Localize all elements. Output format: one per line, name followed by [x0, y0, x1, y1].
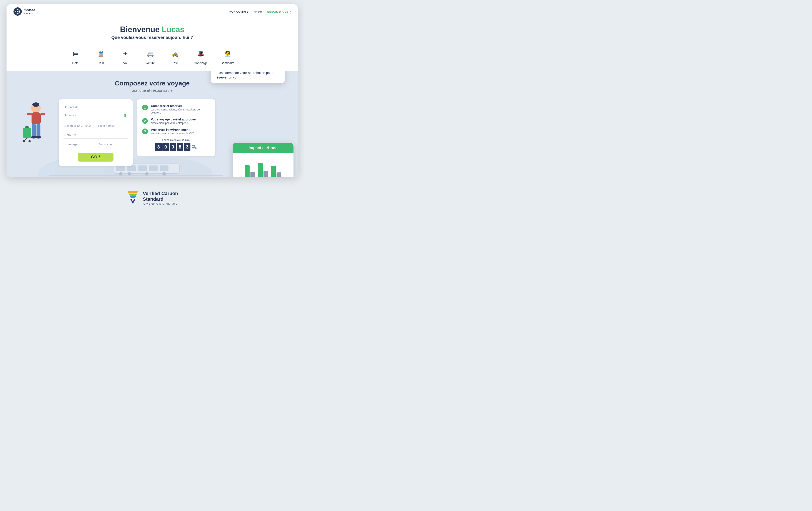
- co2-digit-4: 8: [177, 143, 183, 151]
- nav-lang[interactable]: FR-FR: [254, 10, 262, 13]
- carte-input[interactable]: [97, 141, 128, 148]
- nav-icon-concierge[interactable]: 🎩 Concierge: [194, 48, 208, 65]
- logo-sub: business: [24, 12, 35, 15]
- svg-point-29: [127, 172, 131, 176]
- bar-group-1: [245, 165, 255, 177]
- svg-rect-26: [149, 166, 157, 171]
- bar-gray-1: [251, 172, 255, 177]
- concierge-icon: 🎩: [195, 48, 206, 60]
- svg-rect-8: [40, 113, 45, 115]
- passager-input[interactable]: [63, 141, 94, 148]
- svg-rect-25: [138, 166, 147, 171]
- svg-point-28: [119, 172, 122, 176]
- info-text-3: Préservez l'environnement en participant…: [151, 128, 195, 135]
- nav-help[interactable]: BESOIN D'AIDE ?: [267, 10, 291, 13]
- svg-rect-7: [27, 113, 32, 115]
- welcome-section: Bienvenue Lucas Que voulez-vous réserver…: [6, 19, 298, 44]
- carbon-impact-card: Impact carbone: [233, 143, 293, 177]
- vcs-logo: [126, 190, 139, 206]
- svg-point-12: [36, 136, 41, 139]
- svg-marker-33: [127, 191, 138, 193]
- train-label: Train: [97, 61, 104, 65]
- co2-label: Économie totale de CO₂: [142, 139, 210, 142]
- info-desc-2: directement par votre entreprise: [151, 121, 196, 124]
- vcs-text-block: Verified Carbon Standard A VERRA STANDAR…: [143, 191, 178, 205]
- nav-account[interactable]: MON COMPTE: [229, 10, 249, 13]
- info-number-1: 1: [142, 105, 148, 110]
- bar-group-3: [271, 166, 281, 177]
- notification-popup: mobee maintenant Lucas demande votre app…: [211, 71, 285, 83]
- vol-label: Vol: [123, 61, 127, 65]
- svg-rect-24: [127, 166, 136, 171]
- from-input[interactable]: [63, 104, 128, 111]
- svg-marker-36: [130, 199, 136, 204]
- nav-right: MON COMPTE FR-FR BESOIN D'AIDE ?: [229, 10, 291, 13]
- nav-icon-voiture[interactable]: 🚐 Voiture: [144, 48, 156, 65]
- carbon-card-header: Impact carbone: [233, 143, 293, 153]
- co2-digit-2: 9: [163, 143, 169, 151]
- welcome-name: Lucas: [162, 25, 184, 34]
- person-illustration: [15, 100, 54, 147]
- svg-point-18: [23, 140, 25, 142]
- swap-icon[interactable]: ⇅: [123, 114, 126, 118]
- taxi-icon: 🚕: [169, 48, 181, 60]
- bar-green-2: [258, 163, 263, 177]
- go-button[interactable]: GO !: [78, 153, 114, 162]
- welcome-subtitle: Que voulez-vous réserver aujourd'hui ?: [11, 35, 293, 40]
- seminaire-label: Séminaire: [221, 61, 234, 65]
- svg-rect-10: [36, 124, 40, 137]
- co2-counter: 3 9 0 8 3 kgCO₂: [142, 143, 210, 151]
- svg-point-30: [145, 172, 148, 176]
- info-desc-3: en participant aux économies de CO2: [151, 132, 195, 135]
- info-number-3: 3: [142, 129, 148, 134]
- info-number-2: 2: [142, 118, 148, 124]
- nav-icon-seminaire[interactable]: 🧑‍💼 Séminaire: [221, 48, 234, 65]
- svg-point-11: [31, 136, 36, 139]
- nav-icon-hotel[interactable]: 🛏 Hôtel: [70, 48, 82, 65]
- co2-digit-3: 0: [170, 143, 176, 151]
- logo-icon: [13, 7, 22, 16]
- train-icon: 🚆: [95, 48, 107, 60]
- nav-icon-vol[interactable]: ✈ Vol: [120, 48, 131, 65]
- logo-text-block: mobee business: [24, 8, 35, 15]
- bar-gray-2: [263, 171, 268, 177]
- seminaire-icon: 🧑‍💼: [222, 48, 233, 60]
- to-input[interactable]: [63, 112, 128, 119]
- nav-icons-row: 🛏 Hôtel 🚆 Train ✈ Vol 🚐 Voiture 🚕 Taxi 🎩…: [6, 44, 298, 71]
- bar-chart: [236, 158, 290, 177]
- info-card: 1 Comparez et réservez tous les trains, …: [137, 100, 215, 156]
- voiture-icon: 🚐: [144, 48, 156, 60]
- co2-unit: kgCO₂: [192, 144, 197, 150]
- bottom-section: mobee maintenant Lucas demande votre app…: [6, 71, 298, 177]
- svg-rect-9: [32, 124, 36, 137]
- info-text-2: Votre voyage payé et approuvé directemen…: [151, 118, 196, 124]
- info-item-3: 3 Préservez l'environnement en participa…: [142, 128, 210, 135]
- carbon-card-title: Impact carbone: [236, 146, 290, 150]
- compose-subtitle: pratique et responsable: [15, 88, 289, 93]
- partir-input[interactable]: [97, 122, 128, 130]
- logo-area: mobee business: [13, 7, 35, 16]
- info-text-1: Comparez et réservez tous les trains, av…: [151, 104, 210, 114]
- top-navigation: mobee business MON COMPTE FR-FR BESOIN D…: [6, 4, 298, 19]
- info-desc-1: tous les trains, avions, hôtels, locatio…: [151, 108, 210, 114]
- nav-icon-train[interactable]: 🚆 Train: [95, 48, 107, 65]
- welcome-title: Bienvenue Lucas: [11, 25, 293, 34]
- hotel-icon: 🛏: [70, 48, 82, 60]
- retour-input[interactable]: [63, 132, 128, 139]
- taxi-label: Taxi: [172, 61, 178, 65]
- concierge-label: Concierge: [194, 61, 208, 65]
- bar-gray-3: [277, 172, 281, 177]
- info-title-3: Préservez l'environnement: [151, 128, 195, 132]
- svg-rect-27: [160, 166, 169, 171]
- svg-point-1: [17, 11, 19, 12]
- logo-name: mobee: [24, 8, 35, 12]
- nav-icon-taxi[interactable]: 🚕 Taxi: [169, 48, 181, 65]
- co2-digit-5: 3: [184, 143, 191, 151]
- svg-point-19: [28, 140, 31, 142]
- svg-marker-34: [128, 194, 137, 196]
- voiture-label: Voiture: [145, 61, 155, 65]
- depart-input[interactable]: [63, 122, 94, 130]
- svg-point-5: [32, 103, 39, 107]
- svg-rect-23: [116, 166, 125, 171]
- svg-marker-35: [130, 196, 136, 198]
